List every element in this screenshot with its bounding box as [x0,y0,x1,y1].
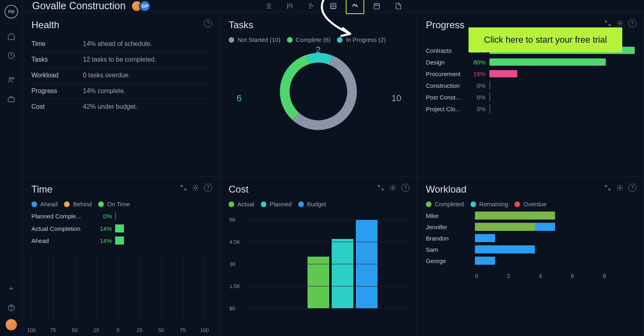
progress-pct: 80% [466,59,485,66]
health-row: Progress 14% complete. [31,83,211,99]
axis-label: 8 [603,273,635,279]
legend-dot [471,201,476,207]
legend-item[interactable]: Remaining [471,201,508,207]
gear-icon[interactable] [616,184,623,192]
time-name: Actual Completion [31,225,92,232]
progress-name: Contracts [426,47,466,54]
logo[interactable]: PM [4,5,18,19]
expand-icon[interactable] [180,184,187,192]
progress-bar [489,58,635,66]
health-label: Time [31,40,83,48]
progress-name: Post Const... [426,94,466,101]
legend-label: Complete (6) [296,36,331,43]
legend-item[interactable]: Actual [229,201,254,207]
help-icon[interactable]: ? [204,184,212,192]
plus-icon[interactable] [3,280,19,297]
axis-label: 0 [475,273,507,279]
axis-label: 2 [507,273,539,279]
expand-icon[interactable] [604,19,611,27]
axis-label: 1.5K [229,283,240,289]
legend-item[interactable]: On Time [98,201,130,207]
axis-label: $0 [229,305,235,311]
topbar: Govalle Construction GP [23,0,644,12]
home-icon[interactable] [3,28,19,44]
svg-point-11 [619,23,621,25]
axis-label: 0 [116,327,119,333]
legend-item[interactable]: Complete (6) [287,36,331,43]
legend-item[interactable]: Behind [64,201,92,207]
people-icon[interactable] [3,72,19,88]
legend-label: Not Started (10) [237,36,281,43]
progress-name: Project Clo... [426,106,466,112]
legend-dot [98,201,104,207]
svg-point-2 [12,77,14,79]
health-value: 14% ahead of schedule. [83,40,152,48]
avatar[interactable] [6,319,17,330]
legend-item[interactable]: In Progress (2) [337,36,386,43]
time-row: Planned Comple... 0% [31,212,211,220]
legend-item[interactable]: Budget [298,201,326,207]
cta-banner[interactable]: Click here to start your free trial [469,27,622,52]
health-value: 12 tasks to be completed. [83,56,156,63]
workload-card: Workload ? Completed Remaining Overdue M… [417,176,644,336]
time-name: Planned Comple... [31,213,92,220]
help-icon[interactable]: ? [628,184,636,192]
workload-seg [475,257,495,265]
legend-item[interactable]: Ahead [31,201,58,207]
progress-name: Design [426,59,466,66]
gear-icon[interactable] [192,184,199,192]
legend-dot [298,201,304,207]
avatar-group[interactable]: GP [131,0,151,12]
help-icon[interactable] [3,300,19,316]
svg-point-12 [195,187,197,189]
progress-name: Construction [426,82,466,89]
health-value: 14% complete. [83,87,126,95]
expand-icon[interactable] [604,184,611,192]
time-bar [115,224,124,232]
gear-icon[interactable] [389,184,396,192]
donut-value: 2 [316,45,320,55]
project-title: Govalle Construction [32,0,126,12]
legend-item[interactable]: Completed [426,201,464,207]
cost-bar-chart: 6K 4.5K 3K 1.5K $0 [247,212,408,316]
time-row: Actual Completion 14% [31,224,211,232]
donut-value: 10 [392,93,401,104]
card-title: Health [31,19,211,31]
legend-item[interactable]: Overdue [514,201,547,207]
svg-point-1 [9,77,11,79]
expand-icon[interactable] [377,184,384,192]
clock-icon[interactable] [3,48,19,64]
legend-label: Remaining [479,201,508,207]
legend-item[interactable]: Planned [261,201,292,207]
axis-label: 25 [137,327,142,333]
help-icon[interactable]: ? [401,184,409,192]
workload-seg [475,223,535,231]
help-icon[interactable]: ? [628,19,636,27]
legend-dot [261,201,266,207]
health-label: Workload [31,72,83,79]
donut-value: 6 [237,93,242,104]
legend-dot [514,201,520,207]
svg-point-14 [619,187,621,189]
briefcase-icon[interactable] [3,91,19,107]
health-row: Time 14% ahead of schedule. [31,36,211,52]
legend-label: Completed [435,201,464,207]
legend-dot [229,201,234,207]
help-icon[interactable]: ? [204,19,212,27]
workload-name: George [426,257,475,264]
legend-dot [31,201,37,207]
cost-card: Cost ? Actual Planned Budget [220,176,417,336]
legend-label: In Progress (2) [346,36,386,43]
progress-pct: 0% [466,82,485,89]
gear-icon[interactable] [616,19,623,27]
time-row: Ahead 14% [31,236,211,245]
tasks-donut-chart [274,47,363,136]
legend-item[interactable]: Not Started (10) [229,36,281,43]
legend-dot [229,37,234,43]
workload-bars [475,212,635,220]
legend-label: Ahead [40,201,58,207]
axis-label: 75 [180,327,186,333]
health-row: Tasks 12 tasks to be completed. [31,52,211,68]
tasks-card: Tasks Not Started (10) Complete (6) In P… [220,12,417,176]
workload-row: Jennifer [426,223,635,231]
